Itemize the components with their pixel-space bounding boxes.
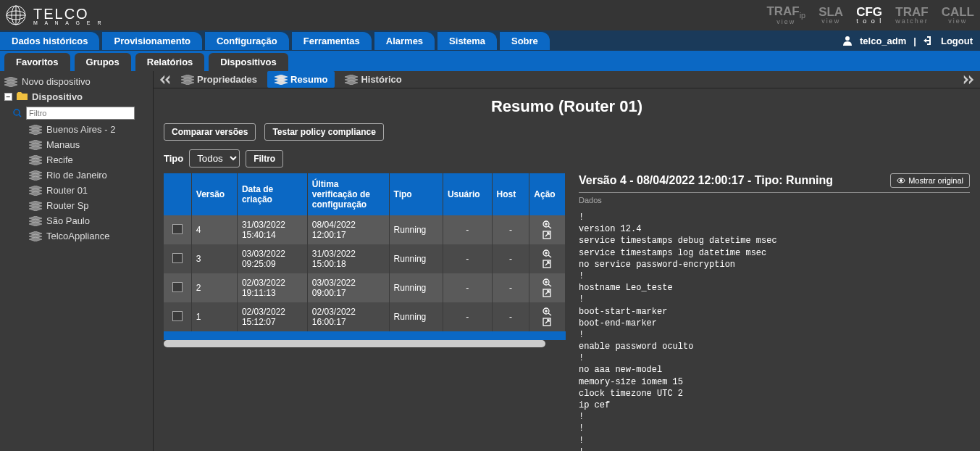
detail-title: Versão 4 - 08/04/2022 12:00:17 - Tipo: R…: [579, 174, 833, 187]
collapse-icon[interactable]: −: [4, 93, 12, 101]
layers-icon: [29, 125, 42, 135]
filter-button[interactable]: Filtro: [246, 150, 283, 167]
cell-created: 03/03/2022 09:25:09: [237, 244, 307, 273]
subnav-relatorios[interactable]: Relatórios: [135, 53, 205, 71]
svg-marker-25: [29, 191, 42, 196]
bc-historico[interactable]: Histórico: [338, 71, 409, 88]
layers-icon: [345, 75, 358, 85]
eye-icon: [897, 176, 905, 185]
cell-version: 2: [191, 273, 237, 302]
user-icon: [842, 36, 853, 46]
sub-nav: Favoritos Grupos Relatórios Dispositivos: [0, 51, 980, 71]
brand-sub: M A N A G E R: [33, 20, 104, 25]
table-row[interactable]: 431/03/2022 15:40:1408/04/2022 12:00:17R…: [164, 215, 566, 244]
cell-tipo: Running: [389, 302, 443, 331]
product-cfg[interactable]: CFGt o o l: [856, 6, 882, 25]
layers-icon: [29, 216, 42, 226]
svg-marker-40: [275, 80, 288, 85]
new-device-link[interactable]: Novo dispositivo: [0, 74, 153, 89]
cell-tipo: Running: [389, 273, 443, 302]
tree-item[interactable]: TelcoAppliance: [0, 228, 153, 244]
cell-user: -: [443, 273, 492, 302]
cell-tipo: Running: [389, 215, 443, 244]
nav-sistema[interactable]: Sistema: [437, 32, 497, 50]
page-title: Resumo (Router 01): [154, 88, 980, 123]
svg-line-52: [548, 255, 551, 257]
row-checkbox[interactable]: [172, 311, 183, 321]
compare-versions-button[interactable]: Comparar versões: [164, 123, 256, 141]
versions-table-wrap: VersãoData de criaçãoÚltima verificação …: [164, 173, 566, 451]
detail-panel: Versão 4 - 08/04/2022 12:00:17 - Tipo: R…: [579, 173, 970, 451]
tree-item[interactable]: Manaus: [0, 137, 153, 152]
open-icon[interactable]: [543, 260, 553, 268]
svg-line-57: [548, 284, 551, 286]
zoom-icon[interactable]: [543, 220, 553, 229]
logout-icon[interactable]: [924, 36, 934, 46]
cell-user: -: [443, 302, 492, 331]
versions-table: VersãoData de criaçãoÚltima verificação …: [164, 173, 566, 331]
product-trafip[interactable]: TRAFipview: [766, 5, 805, 25]
tree-item[interactable]: Router Sp: [0, 198, 153, 213]
cell-checked: 31/03/2022 15:00:18: [307, 244, 389, 273]
subnav-dispositivos[interactable]: Dispositivos: [209, 53, 288, 71]
logout-link[interactable]: Logout: [941, 36, 973, 46]
row-checkbox[interactable]: [172, 253, 183, 263]
open-icon[interactable]: [543, 318, 553, 326]
row-checkbox[interactable]: [172, 224, 183, 234]
col-header: Versão: [191, 173, 237, 215]
tree-item[interactable]: Router 01: [0, 183, 153, 198]
zoom-icon[interactable]: [543, 278, 553, 287]
show-original-button[interactable]: Mostrar original: [890, 173, 970, 188]
open-icon[interactable]: [543, 289, 553, 297]
table-row[interactable]: 102/03/2022 15:12:0702/03/2022 16:00:17R…: [164, 302, 566, 331]
nav-ferramentas[interactable]: Ferramentas: [292, 32, 372, 50]
forward-icon[interactable]: [963, 74, 974, 86]
cell-version: 3: [191, 244, 237, 273]
main-nav: Dados históricos Provisionamento Configu…: [0, 30, 980, 51]
subnav-grupos[interactable]: Grupos: [75, 53, 131, 71]
nav-dados-historicos[interactable]: Dados históricos: [0, 32, 99, 50]
svg-marker-8: [4, 83, 17, 87]
cell-version: 4: [191, 215, 237, 244]
table-row[interactable]: 202/03/2022 19:11:1303/03/2022 09:00:17R…: [164, 273, 566, 302]
open-icon[interactable]: [543, 231, 553, 239]
bc-resumo[interactable]: Resumo: [267, 71, 335, 88]
tree-item[interactable]: Recife: [0, 152, 153, 167]
cell-created: 02/03/2022 15:12:07: [237, 302, 307, 331]
subnav-favoritos[interactable]: Favoritos: [4, 53, 70, 71]
tipo-label: Tipo: [164, 153, 183, 164]
zoom-icon[interactable]: [543, 249, 553, 258]
horizontal-scrollbar[interactable]: [164, 340, 545, 347]
back-icon[interactable]: [159, 74, 171, 86]
product-call[interactable]: CALLview: [942, 6, 974, 25]
col-header: Ação: [529, 173, 566, 215]
zoom-icon[interactable]: [543, 307, 553, 316]
nav-configuracao[interactable]: Configuração: [205, 32, 289, 50]
filter-input[interactable]: [26, 107, 135, 120]
row-checkbox[interactable]: [172, 282, 183, 292]
cell-action: [529, 215, 566, 244]
svg-marker-13: [29, 131, 42, 135]
logo[interactable]: TELCO M A N A G E R: [6, 5, 104, 25]
cell-tipo: Running: [389, 244, 443, 273]
product-trafwatcher[interactable]: TRAFwatcher: [895, 6, 929, 25]
folder-icon: [17, 92, 28, 102]
test-policy-button[interactable]: Testar policy compliance: [264, 123, 384, 141]
tipo-select[interactable]: Todos: [189, 149, 240, 167]
sidebar: Novo dispositivo − Dispositivo Buenos Ai…: [0, 71, 154, 451]
filter-row: [0, 104, 153, 122]
svg-marker-19: [29, 161, 42, 165]
cell-action: [529, 302, 566, 331]
nav-provisionamento[interactable]: Provisionamento: [102, 32, 201, 50]
tree-item[interactable]: Rio de Janeiro: [0, 167, 153, 183]
nav-alarmes[interactable]: Alarmes: [374, 32, 435, 50]
tree-item[interactable]: São Paulo: [0, 213, 153, 228]
nav-sobre[interactable]: Sobre: [500, 32, 550, 50]
product-sla[interactable]: SLAview: [818, 6, 843, 25]
cell-host: -: [492, 273, 529, 302]
layers-icon: [4, 77, 17, 87]
bc-propriedades[interactable]: Propriedades: [174, 71, 264, 88]
tree-item[interactable]: Buenos Aires - 2: [0, 122, 153, 137]
table-row[interactable]: 303/03/2022 09:25:0931/03/2022 15:00:18R…: [164, 244, 566, 273]
tree-root[interactable]: − Dispositivo: [0, 89, 153, 104]
